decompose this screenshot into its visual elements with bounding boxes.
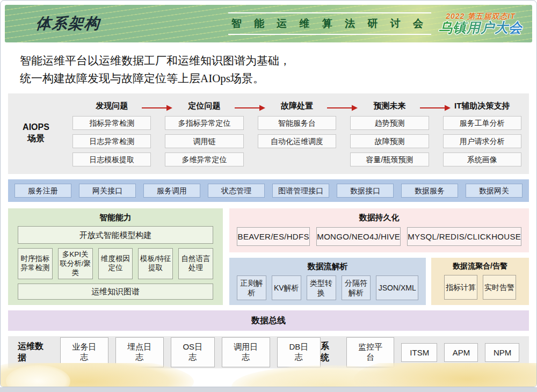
ops-data-label: 运维数据	[18, 341, 51, 364]
logo-year-text: 2022 第五届双态IT	[439, 12, 523, 20]
intelligence-top-box: 开放式智能模型构建	[18, 226, 213, 244]
stream-parsing-panel: 数据流解析 正则解析 KV解析 类型转换 分隔符解析 JSON/XML	[229, 258, 426, 305]
parsing-item: 分隔符解析	[342, 275, 371, 300]
aiops-column-header: IT辅助决策支持	[443, 100, 521, 112]
persistence-row: BEAVER/ES/HDFS MONGO/NEO4J/HIVE MYSQL/RE…	[237, 227, 521, 246]
data-bus-bar: 数据总线	[8, 310, 529, 331]
intro-line-2: 统一构建故障发现与故障定位等上层AIOps场景。	[20, 70, 520, 88]
stream-aggregation-title: 数据流聚合/告警	[438, 262, 523, 271]
persistence-panel: 数据持久化 BEAVER/ES/HDFS MONGO/NEO4J/HIVE MY…	[229, 208, 529, 252]
aggregation-item: 指标计算	[444, 275, 477, 300]
column-title: IT辅助决策支持	[454, 101, 510, 110]
stream-aggregation-row: 指标计算 实时告警	[438, 275, 523, 300]
event-title: 智 能 运 维 算 法 研 讨 会	[231, 17, 428, 31]
system-item: ITSM	[401, 343, 437, 362]
persistence-item: MYSQL/REDIS/CLICKHOUSE	[407, 227, 521, 246]
intelligence-bottom-box: 运维知识图谱	[18, 284, 213, 300]
aiops-item: 趋势预测	[350, 116, 429, 130]
aiops-column-header: 发现问题	[72, 100, 151, 112]
logo-conference-text: 乌镇用户大会	[439, 20, 523, 35]
service-item: 状态管理	[208, 184, 265, 198]
aiops-item: 调用链	[165, 134, 243, 148]
parsing-item: 类型转换	[307, 275, 336, 300]
aiops-item: 系统画像	[443, 153, 521, 166]
intelligence-item: 模板/特征提取	[138, 248, 173, 279]
stream-aggregation-panel: 数据流聚合/告警 指标计算 实时告警	[431, 258, 529, 305]
ops-data-item: DB日志	[277, 337, 321, 367]
aiops-column-discover: 发现问题 指标异常检测 日志异常检测 日志模板提取	[72, 100, 151, 166]
aiops-item: 多维异常定位	[165, 153, 243, 166]
aiops-scenarios-section: AIOPS 场景 发现问题 指标异常检测 日志异常检测 日志模板提取 定位问题 …	[8, 93, 529, 174]
service-interface-bar: 服务注册 网关接口 服务调用 状态管理 图谱管理接口 数据接口 数据服务 数据网…	[8, 179, 529, 202]
flow-arrow-icon	[234, 103, 265, 109]
parsing-item: KV解析	[272, 275, 301, 300]
aiops-item: 日志模板提取	[72, 153, 151, 166]
aiops-column-handle: 故障处置 智能服务台 自动化运维调度	[258, 100, 336, 166]
aiops-item: 服务工单分析	[443, 116, 521, 130]
flow-arrow-icon	[419, 103, 451, 109]
header-banner: 体系架构 智 能 运 维 算 法 研 讨 会 2022 第五届双态IT 乌镇用户…	[5, 5, 532, 42]
aiops-column-predict: 预测未来 趋势预测 故障预测 容量/瓶颈预测	[350, 100, 429, 166]
service-item: 数据网关	[466, 184, 523, 198]
slide-bottom-edge	[0, 387, 537, 392]
aiops-item: 智能服务台	[258, 116, 336, 130]
ops-data-item: 埋点日志	[115, 337, 164, 367]
event-title-block: 智 能 运 维 算 法 研 讨 会	[228, 12, 431, 35]
aiops-item: 用户请求分析	[443, 134, 521, 148]
middle-zone: 智能能力 开放式智能模型构建 时序指标异常检测 多KPI关联分析/聚类 维度根因…	[8, 208, 529, 305]
flow-arrow-icon	[141, 103, 172, 109]
service-item: 图谱管理接口	[272, 184, 329, 198]
column-title: 发现问题	[96, 101, 128, 110]
aiops-grid: AIOPS 场景 发现问题 指标异常检测 日志异常检测 日志模板提取 定位问题 …	[13, 100, 521, 166]
column-title: 定位问题	[188, 101, 221, 110]
aiops-item: 指标异常检测	[72, 116, 151, 130]
persistence-item: BEAVER/ES/HDFS	[237, 227, 310, 246]
system-item: APM	[444, 343, 478, 362]
ops-data-group: 运维数据 业务日志 埋点日志 OS日志 调用日志 DB日志	[18, 337, 321, 367]
intelligence-item: 多KPI关联分析/聚类	[58, 248, 93, 279]
aiops-scene-label: AIOPS 场景	[13, 122, 59, 144]
page-title: 体系架构	[35, 13, 101, 34]
system-item: 监控平台	[346, 337, 395, 367]
stream-row: 数据流解析 正则解析 KV解析 类型转换 分隔符解析 JSON/XML 数据流聚…	[229, 258, 529, 305]
intelligence-item: 时序指标异常检测	[18, 248, 53, 279]
system-group: 系统 监控平台 ITSM APM NPM	[321, 337, 519, 367]
intelligence-item: 自然语言处理	[178, 248, 213, 279]
aiops-item: 日志异常检测	[72, 134, 151, 148]
parsing-item: 正则解析	[237, 275, 266, 300]
ops-data-item: 业务日志	[60, 337, 108, 367]
aiops-column-locate: 定位问题 多指标异常定位 调用链 多维异常定位	[165, 100, 243, 166]
intro-paragraph: 智能运维平台以运维数据工厂和运维知识图谱为基础， 统一构建故障发现与故障定位等上…	[20, 52, 520, 87]
aiops-column-header: 定位问题	[165, 100, 243, 112]
aiops-item: 多指标异常定位	[165, 116, 243, 130]
parsing-item: JSON/XML	[376, 275, 418, 300]
intelligence-title: 智能能力	[18, 213, 213, 223]
aiops-column-header: 故障处置	[258, 100, 336, 112]
aiops-item: 故障预测	[350, 134, 429, 148]
aggregation-item: 实时告警	[483, 275, 516, 300]
aiops-item: 自动化运维调度	[258, 134, 336, 148]
aiops-scene-label-line1: AIOPS	[13, 122, 59, 133]
conference-logo: 2022 第五届双态IT 乌镇用户大会	[439, 12, 523, 35]
aiops-item: 容量/瓶颈预测	[350, 153, 429, 166]
slide: 体系架构 智 能 运 维 算 法 研 讨 会 2022 第五届双态IT 乌镇用户…	[0, 0, 537, 387]
system-label: 系统	[321, 341, 337, 364]
persistence-title: 数据持久化	[237, 213, 521, 223]
intelligence-panel: 智能能力 开放式智能模型构建 时序指标异常检测 多KPI关联分析/聚类 维度根因…	[8, 208, 223, 305]
stream-parsing-row: 正则解析 KV解析 类型转换 分隔符解析 JSON/XML	[237, 275, 418, 300]
service-item: 服务调用	[143, 184, 200, 198]
column-title: 故障处置	[281, 101, 313, 110]
column-title: 预测未来	[373, 101, 405, 110]
ops-data-item: 调用日志	[222, 337, 270, 367]
aiops-column-decision: IT辅助决策支持 服务工单分析 用户请求分析 系统画像	[443, 100, 521, 166]
service-item: 数据接口	[337, 184, 394, 198]
intelligence-item: 维度根因定位	[98, 248, 133, 279]
system-item: NPM	[485, 343, 519, 362]
persistence-item: MONGO/NEO4J/HIVE	[316, 227, 401, 246]
ops-data-item: OS日志	[171, 337, 215, 367]
service-item: 服务注册	[14, 184, 71, 198]
intro-line-1: 智能运维平台以运维数据工厂和运维知识图谱为基础，	[20, 52, 520, 70]
aiops-scene-label-line2: 场景	[13, 133, 59, 144]
stream-parsing-title: 数据流解析	[237, 262, 418, 272]
service-item: 数据服务	[401, 184, 458, 198]
